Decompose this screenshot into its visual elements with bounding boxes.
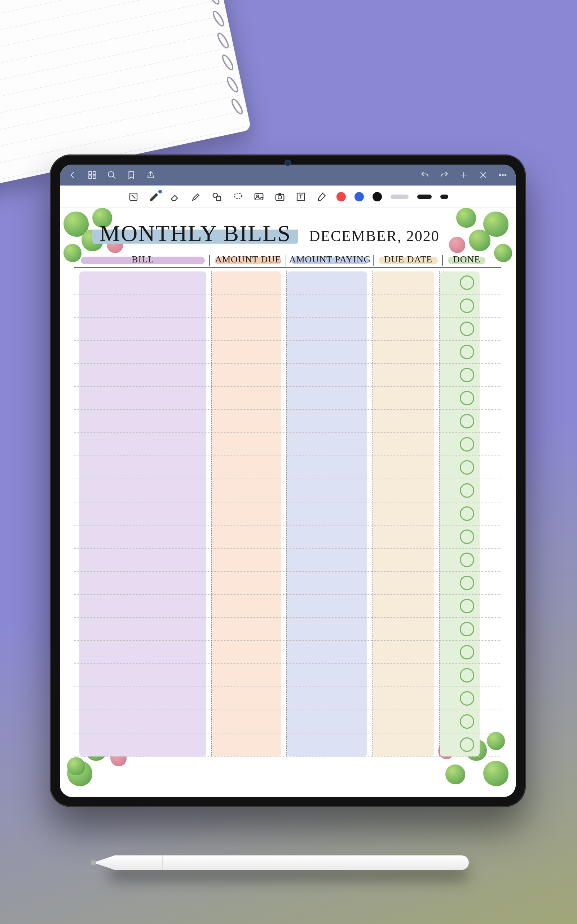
cell-amount-due[interactable] (212, 387, 284, 409)
highlighter-tool-icon[interactable] (190, 191, 202, 203)
search-icon[interactable] (107, 170, 117, 180)
table-row[interactable] (74, 641, 501, 664)
cell-amount-due[interactable] (212, 618, 284, 640)
cell-bill[interactable] (78, 572, 208, 594)
cell-done[interactable] (445, 733, 488, 756)
cell-due-date[interactable] (376, 664, 441, 687)
cell-amount-due[interactable] (212, 294, 284, 317)
back-icon[interactable] (68, 170, 78, 180)
cell-done[interactable] (445, 525, 488, 548)
done-checkbox[interactable] (460, 275, 474, 290)
cell-done[interactable] (445, 618, 488, 640)
cell-amount-paying[interactable] (288, 410, 371, 432)
cell-due-date[interactable] (376, 341, 441, 363)
more-icon[interactable] (498, 170, 508, 180)
cell-done[interactable] (445, 364, 488, 386)
cell-done[interactable] (445, 549, 488, 571)
table-row[interactable] (74, 341, 501, 364)
cell-amount-due[interactable] (212, 456, 284, 478)
cell-amount-paying[interactable] (288, 318, 371, 340)
cell-amount-paying[interactable] (288, 595, 371, 617)
cell-amount-paying[interactable] (288, 733, 371, 756)
redo-icon[interactable] (439, 170, 449, 180)
cell-bill[interactable] (78, 433, 208, 456)
image-tool-icon[interactable] (253, 191, 265, 203)
done-checkbox[interactable] (460, 414, 474, 428)
cell-amount-due[interactable] (212, 641, 284, 663)
camera-tool-icon[interactable] (274, 191, 286, 203)
done-checkbox[interactable] (460, 368, 474, 382)
cell-bill[interactable] (78, 364, 208, 386)
table-row[interactable] (74, 710, 501, 733)
undo-icon[interactable] (420, 170, 430, 180)
table-row[interactable] (74, 271, 501, 294)
cell-amount-due[interactable] (212, 549, 284, 571)
done-checkbox[interactable] (460, 321, 474, 336)
table-row[interactable] (74, 687, 501, 710)
cell-bill[interactable] (78, 525, 208, 548)
cell-due-date[interactable] (376, 733, 441, 756)
cell-amount-paying[interactable] (288, 549, 371, 571)
bookmark-icon[interactable] (126, 170, 136, 180)
cell-due-date[interactable] (376, 687, 441, 709)
done-checkbox[interactable] (460, 691, 474, 706)
cell-due-date[interactable] (376, 410, 441, 432)
cell-amount-paying[interactable] (288, 572, 371, 594)
planner-page[interactable]: MONTHLY BILLS DECEMBER, 2020 BILL AMOUNT… (60, 208, 516, 797)
table-row[interactable] (74, 294, 501, 318)
done-checkbox[interactable] (460, 345, 474, 359)
color-black[interactable] (372, 192, 382, 201)
stroke-width-small[interactable] (440, 195, 448, 199)
cell-bill[interactable] (78, 687, 208, 709)
cell-bill[interactable] (78, 710, 208, 733)
lasso-tool-icon[interactable] (232, 191, 244, 203)
cell-bill[interactable] (78, 456, 208, 478)
cell-due-date[interactable] (376, 595, 441, 617)
cell-done[interactable] (445, 294, 488, 317)
done-checkbox[interactable] (460, 737, 474, 752)
table-row[interactable] (74, 456, 501, 479)
share-icon[interactable] (146, 170, 156, 180)
cell-bill[interactable] (78, 387, 208, 409)
cell-amount-due[interactable] (212, 733, 284, 756)
shapes-tool-icon[interactable] (211, 191, 223, 203)
brush-tool-icon[interactable] (316, 191, 328, 203)
cell-done[interactable] (445, 595, 488, 617)
cell-bill[interactable] (78, 318, 208, 340)
cell-due-date[interactable] (376, 294, 441, 317)
table-row[interactable] (74, 318, 501, 341)
cell-done[interactable] (445, 433, 488, 456)
eraser-tool-icon[interactable] (169, 191, 181, 203)
cell-due-date[interactable] (376, 549, 441, 571)
table-row[interactable] (74, 364, 501, 387)
cell-due-date[interactable] (376, 479, 441, 502)
cell-due-date[interactable] (376, 572, 441, 594)
done-checkbox[interactable] (460, 460, 474, 475)
cell-due-date[interactable] (376, 387, 441, 409)
table-row[interactable] (74, 572, 501, 595)
cell-amount-due[interactable] (212, 341, 284, 363)
table-row[interactable] (74, 387, 501, 410)
cell-done[interactable] (445, 341, 488, 363)
text-tool-icon[interactable] (295, 191, 307, 203)
cell-amount-due[interactable] (212, 433, 284, 456)
cell-done[interactable] (445, 318, 488, 340)
grid-icon[interactable] (87, 170, 97, 180)
cell-amount-paying[interactable] (288, 525, 371, 548)
cell-done[interactable] (445, 710, 488, 733)
table-row[interactable] (74, 618, 501, 641)
done-checkbox[interactable] (460, 552, 474, 567)
cell-amount-paying[interactable] (288, 294, 371, 317)
table-row[interactable] (74, 664, 501, 687)
done-checkbox[interactable] (460, 391, 474, 405)
cell-done[interactable] (445, 502, 488, 525)
cell-bill[interactable] (78, 664, 208, 687)
table-row[interactable] (74, 525, 501, 549)
cell-done[interactable] (445, 479, 488, 502)
cell-bill[interactable] (78, 479, 208, 502)
done-checkbox[interactable] (460, 299, 474, 313)
cell-due-date[interactable] (376, 271, 441, 294)
cell-due-date[interactable] (376, 364, 441, 386)
cell-due-date[interactable] (376, 525, 441, 548)
cell-amount-due[interactable] (212, 572, 284, 594)
